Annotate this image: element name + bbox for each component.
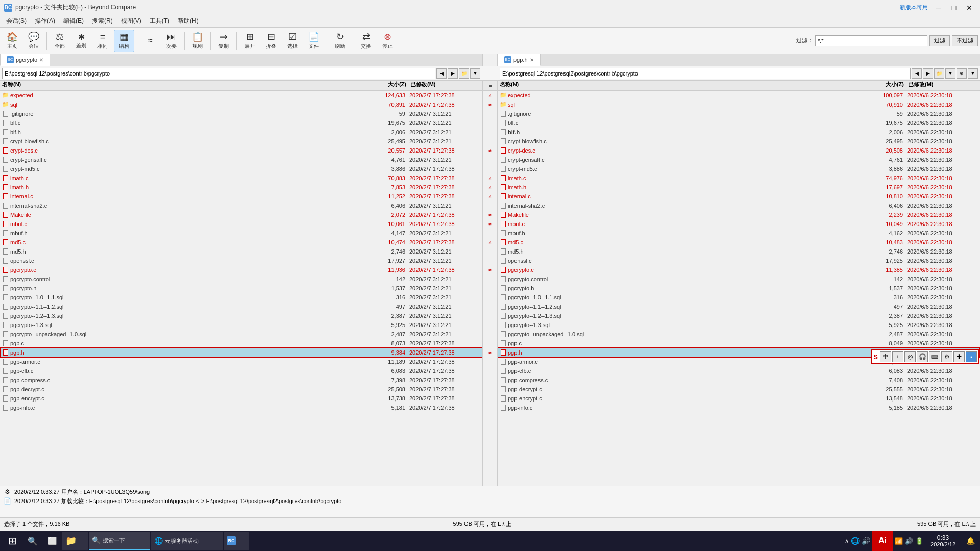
toolbar-file[interactable]: 📄 文件 bbox=[304, 30, 324, 52]
file-row[interactable]: pgp-armor.c11,1892020/2/7 17:27:38 bbox=[0, 357, 482, 366]
right-file-list[interactable]: 📁expected100,0972020/6/6 22:30:18📁sql70,… bbox=[498, 91, 980, 486]
file-row[interactable]: pgcrypto.control1422020/6/6 22:30:18 bbox=[498, 274, 980, 284]
volume-icon[interactable]: 🔊 bbox=[905, 537, 913, 545]
file-row[interactable]: pgcrypto.control1422020/2/7 3:12:21 bbox=[0, 274, 482, 284]
file-row[interactable]: imath.h7,8532020/2/7 17:27:38 bbox=[0, 183, 482, 192]
path-left-btn2[interactable]: ▶ bbox=[448, 68, 458, 79]
file-row[interactable]: mbuf.h4,1472020/2/7 3:12:21 bbox=[0, 229, 482, 238]
file-row[interactable]: md5.h2,7462020/2/7 3:12:21 bbox=[0, 247, 482, 256]
notification-button[interactable]: 🔔 bbox=[963, 532, 978, 550]
path-left-btn4[interactable]: ▼ bbox=[470, 68, 480, 79]
path-right-btn1[interactable]: ◀ bbox=[912, 68, 922, 79]
file-row[interactable]: mbuf.c10,0612020/2/7 17:27:38 bbox=[0, 219, 482, 229]
file-row[interactable]: internal-sha2.c6,4062020/2/7 3:12:21 bbox=[0, 201, 482, 210]
tab-close-button[interactable]: ✕ bbox=[39, 57, 43, 63]
file-row[interactable]: internal.c10,8102020/6/6 22:30:18 bbox=[498, 192, 980, 201]
file-row[interactable]: pgcrypto--1.2--1.3.sql2,3872020/2/7 3:12… bbox=[0, 311, 482, 320]
popup-btn-headset[interactable]: 🎧 bbox=[917, 351, 928, 362]
file-row[interactable]: imath.c70,8832020/2/7 17:27:38 bbox=[0, 173, 482, 183]
minimize-button[interactable]: ─ bbox=[932, 3, 945, 13]
file-row[interactable]: pgp-compress.c7,3982020/2/7 17:27:38 bbox=[0, 375, 482, 385]
toolbar-stop[interactable]: ⊗ 停止 bbox=[377, 30, 398, 52]
file-row[interactable]: pgcrypto.h1,5372020/2/7 3:12:21 bbox=[0, 284, 482, 293]
file-row[interactable]: blf.h2,0062020/6/6 22:30:18 bbox=[498, 128, 980, 137]
toolbar-home[interactable]: 🏠 主页 bbox=[2, 30, 22, 52]
file-row[interactable]: pgp-decrypt.c25,5082020/2/7 17:27:38 bbox=[0, 385, 482, 394]
file-row[interactable]: pgcrypto--unpackaged--1.0.sql2,4872020/6… bbox=[498, 330, 980, 339]
file-row[interactable]: pgp.c8,0732020/2/7 17:27:38 bbox=[0, 339, 482, 348]
path-left-btn1[interactable]: ◀ bbox=[436, 68, 447, 79]
file-row[interactable]: mbuf.h4,1622020/6/6 22:30:18 bbox=[498, 229, 980, 238]
file-row[interactable]: blf.h2,0062020/2/7 3:12:21 bbox=[0, 128, 482, 137]
left-file-list[interactable]: 📁expected124,6332020/2/7 17:27:38📁sql70,… bbox=[0, 91, 482, 486]
file-row[interactable]: openssl.c17,9272020/2/7 3:12:21 bbox=[0, 256, 482, 265]
taskbar-cloud-app[interactable]: 🌐 云服务器活动 bbox=[151, 532, 223, 550]
file-row[interactable]: crypt-md5.c3,8862020/2/7 17:27:38 bbox=[0, 164, 482, 173]
toolbar-next[interactable]: ⏭ 次要 bbox=[161, 30, 182, 52]
path-right-btn2[interactable]: ▶ bbox=[923, 68, 933, 79]
file-row[interactable]: internal.c11,2522020/2/7 17:27:38 bbox=[0, 192, 482, 201]
file-row[interactable]: pgp-compress.c7,4082020/6/6 22:30:18 bbox=[498, 375, 980, 385]
file-row[interactable]: crypt-gensalt.c4,7612020/6/6 22:30:18 bbox=[498, 155, 980, 164]
file-row[interactable]: pgp-cfb.c6,0832020/2/7 17:27:38 bbox=[0, 366, 482, 375]
menu-action[interactable]: 操作(A) bbox=[31, 16, 59, 27]
right-path-input[interactable] bbox=[500, 68, 911, 79]
close-button[interactable]: ✕ bbox=[963, 3, 976, 13]
file-row[interactable]: internal-sha2.c6,4062020/6/6 22:30:18 bbox=[498, 201, 980, 210]
file-row[interactable]: pgcrypto--unpackaged--1.0.sql2,4872020/2… bbox=[0, 330, 482, 339]
path-right-btn6[interactable]: ▼ bbox=[968, 68, 978, 79]
filter-input[interactable] bbox=[815, 35, 927, 46]
popup-btn-chinese[interactable]: 中 bbox=[880, 351, 891, 362]
path-right-btn5[interactable]: ⊕ bbox=[957, 68, 967, 79]
toolbar-diff[interactable]: ✱ 差别 bbox=[71, 30, 91, 52]
tab-right-close-button[interactable]: ✕ bbox=[530, 57, 534, 63]
file-row[interactable]: md5.c10,4832020/6/6 22:30:18 bbox=[498, 238, 980, 247]
file-row[interactable]: pgcrypto--1.1--1.2.sql4972020/6/6 22:30:… bbox=[498, 302, 980, 311]
file-row[interactable]: pgp-info.c5,1852020/6/6 22:30:18 bbox=[498, 403, 980, 412]
file-row[interactable]: 📁expected100,0972020/6/6 22:30:18 bbox=[498, 91, 980, 100]
file-row[interactable]: pgcrypto--1.0--1.1.sql3162020/2/7 3:12:2… bbox=[0, 293, 482, 302]
tab-pgcrypto[interactable]: BC pgcrypto ✕ bbox=[0, 54, 50, 66]
no-filter-button[interactable]: 不过滤 bbox=[952, 35, 978, 46]
file-row[interactable]: pgcrypto--1.0--1.1.sql3162020/6/6 22:30:… bbox=[498, 293, 980, 302]
file-row[interactable]: 📁expected124,6332020/2/7 17:27:38 bbox=[0, 91, 482, 100]
file-row[interactable]: blf.c19,6752020/6/6 22:30:18 bbox=[498, 118, 980, 128]
toolbar-session[interactable]: 💬 会话 bbox=[23, 30, 44, 52]
maximize-button[interactable]: □ bbox=[947, 3, 961, 13]
menu-tools[interactable]: 工具(T) bbox=[145, 16, 174, 27]
file-row[interactable]: pgcrypto--1.1--1.2.sql4972020/2/7 3:12:2… bbox=[0, 302, 482, 311]
menu-edit[interactable]: 编辑(E) bbox=[59, 16, 88, 27]
toolbar-select[interactable]: ☑ 选择 bbox=[282, 30, 303, 52]
menu-session[interactable]: 会话(S) bbox=[2, 16, 31, 27]
clock[interactable]: 0:33 2020/2/12 bbox=[926, 534, 960, 547]
file-row[interactable]: crypt-blowfish.c25,4952020/6/6 22:30:18 bbox=[498, 137, 980, 146]
file-row[interactable]: crypt-gensalt.c4,7612020/2/7 3:12:21 bbox=[0, 155, 482, 164]
tray-icon-1[interactable]: 🌐 bbox=[851, 537, 860, 545]
toolbar-expand[interactable]: ⊞ 展开 bbox=[239, 30, 260, 52]
tab-pgph[interactable]: BC pgp.h ✕ bbox=[498, 54, 541, 66]
file-row[interactable]: md5.c10,4742020/2/7 17:27:38 bbox=[0, 238, 482, 247]
file-row[interactable]: pgcrypto.c11,9362020/2/7 17:27:38 bbox=[0, 265, 482, 274]
file-row[interactable]: blf.c19,6752020/2/7 3:12:21 bbox=[0, 118, 482, 128]
taskbar-bc[interactable]: BC bbox=[224, 532, 249, 550]
file-row[interactable]: 📁sql70,8912020/2/7 17:27:38 bbox=[0, 100, 482, 109]
file-row[interactable]: crypt-des.c20,5572020/2/7 17:27:38 bbox=[0, 146, 482, 155]
task-view-button[interactable]: ⬜ bbox=[43, 532, 61, 550]
filter-button[interactable]: 过滤 bbox=[929, 35, 950, 46]
file-row[interactable]: mbuf.c10,0492020/6/6 22:30:18 bbox=[498, 219, 980, 229]
tray-arrow[interactable]: ∧ bbox=[845, 538, 849, 544]
file-row[interactable]: 📁sql70,9102020/6/6 22:30:18 bbox=[498, 100, 980, 109]
file-row[interactable]: crypt-md5.c3,8862020/6/6 22:30:18 bbox=[498, 164, 980, 173]
menu-search[interactable]: 搜索(R) bbox=[88, 16, 117, 27]
file-row[interactable]: pgp.c8,0492020/6/6 22:30:18 bbox=[498, 339, 980, 348]
taskbar-search-app[interactable]: 🔍 搜索一下 bbox=[89, 532, 150, 550]
battery-icon[interactable]: 🔋 bbox=[915, 537, 923, 545]
new-version-link[interactable]: 新版本可用 bbox=[900, 4, 928, 11]
network-icon[interactable]: 📶 bbox=[895, 537, 903, 545]
file-row[interactable]: imath.c74,9762020/6/6 22:30:18 bbox=[498, 173, 980, 183]
file-row[interactable]: imath.h17,6972020/6/6 22:30:18 bbox=[498, 183, 980, 192]
tray-icon-2[interactable]: 🔊 bbox=[862, 537, 870, 545]
file-row[interactable]: pgp-decrypt.c25,5552020/6/6 22:30:18 bbox=[498, 385, 980, 394]
toolbar-struct[interactable]: ▦ 结构 bbox=[114, 30, 134, 52]
toolbar-swap[interactable]: ⇄ 交换 bbox=[356, 30, 376, 52]
